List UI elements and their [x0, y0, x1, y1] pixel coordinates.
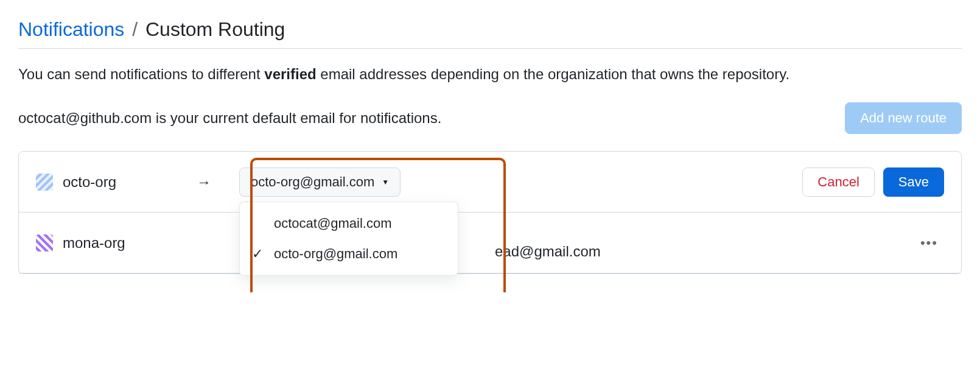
email-select-dropdown[interactable]: octo-org@gmail.com ▼	[239, 167, 401, 197]
org-name: octo-org	[63, 174, 184, 191]
caret-down-icon: ▼	[382, 178, 389, 186]
dropdown-option-label: octo-org@gmail.com	[274, 246, 397, 262]
add-new-route-button[interactable]: Add new route	[845, 102, 962, 134]
breadcrumb-separator: /	[132, 18, 138, 40]
default-email-text: octocat@github.com is your current defau…	[18, 110, 441, 127]
cancel-button[interactable]: Cancel	[802, 167, 874, 197]
arrow-right-icon: →	[197, 174, 227, 191]
save-button[interactable]: Save	[883, 167, 944, 197]
dropdown-option[interactable]: octocat@gmail.com	[240, 208, 458, 239]
breadcrumb: Notifications / Custom Routing	[18, 18, 962, 49]
kebab-menu-icon[interactable]: •••	[914, 231, 944, 255]
breadcrumb-current: Custom Routing	[145, 18, 285, 40]
routes-list: octo-org → octo-org@gmail.com ▼ octocat@…	[18, 151, 962, 274]
dropdown-option-label: octocat@gmail.com	[274, 216, 392, 231]
breadcrumb-parent-link[interactable]: Notifications	[18, 18, 124, 40]
route-row: mona-org ead@gmail.com •••	[19, 213, 961, 273]
email-dropdown-menu: octocat@gmail.com ✓ octo-org@gmail.com	[239, 202, 458, 276]
org-avatar	[36, 234, 53, 252]
dropdown-option[interactable]: ✓ octo-org@gmail.com	[240, 239, 458, 269]
check-icon: ✓	[252, 246, 265, 262]
selected-email-label: octo-org@gmail.com	[251, 174, 374, 190]
page-description: You can send notifications to different …	[18, 63, 962, 85]
route-email-text: ead@gmail.com	[495, 243, 601, 260]
org-name: mona-org	[63, 234, 184, 252]
org-avatar	[36, 174, 53, 191]
route-row: octo-org → octo-org@gmail.com ▼ octocat@…	[19, 152, 961, 213]
